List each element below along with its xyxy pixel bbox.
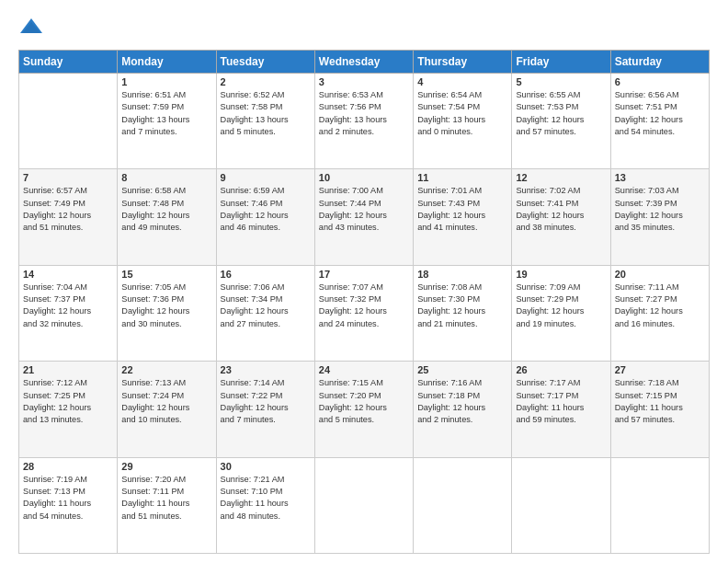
- calendar-week-5: 28Sunrise: 7:19 AM Sunset: 7:13 PM Dayli…: [19, 457, 710, 553]
- logo: [18, 15, 48, 40]
- day-info: Sunrise: 6:58 AM Sunset: 7:48 PM Dayligh…: [121, 185, 211, 234]
- day-info: Sunrise: 7:02 AM Sunset: 7:41 PM Dayligh…: [516, 185, 606, 234]
- day-number: 11: [417, 172, 507, 183]
- day-info: Sunrise: 7:15 AM Sunset: 7:20 PM Dayligh…: [319, 377, 409, 426]
- header: [18, 15, 710, 40]
- calendar-cell: 13Sunrise: 7:03 AM Sunset: 7:39 PM Dayli…: [610, 169, 709, 265]
- day-number: 8: [121, 172, 211, 183]
- calendar-cell: 30Sunrise: 7:21 AM Sunset: 7:10 PM Dayli…: [216, 457, 314, 553]
- calendar-cell: 8Sunrise: 6:58 AM Sunset: 7:48 PM Daylig…: [118, 169, 216, 265]
- day-header-sunday: Sunday: [19, 51, 118, 74]
- calendar-cell: 29Sunrise: 7:20 AM Sunset: 7:11 PM Dayli…: [118, 457, 216, 553]
- day-info: Sunrise: 7:11 AM Sunset: 7:27 PM Dayligh…: [615, 282, 705, 330]
- day-info: Sunrise: 7:06 AM Sunset: 7:34 PM Dayligh…: [221, 282, 311, 330]
- day-number: 29: [121, 461, 211, 472]
- calendar-week-4: 21Sunrise: 7:12 AM Sunset: 7:25 PM Dayli…: [19, 362, 710, 457]
- day-number: 15: [121, 269, 211, 280]
- day-info: Sunrise: 6:55 AM Sunset: 7:53 PM Dayligh…: [516, 89, 606, 138]
- day-info: Sunrise: 7:14 AM Sunset: 7:22 PM Dayligh…: [221, 377, 311, 426]
- calendar-cell: [610, 457, 709, 553]
- day-info: Sunrise: 6:51 AM Sunset: 7:59 PM Dayligh…: [121, 89, 211, 138]
- day-header-wednesday: Wednesday: [314, 51, 413, 74]
- day-header-friday: Friday: [512, 51, 610, 74]
- calendar-cell: [314, 457, 413, 553]
- day-info: Sunrise: 7:01 AM Sunset: 7:43 PM Dayligh…: [417, 185, 507, 234]
- day-number: 19: [516, 269, 606, 280]
- day-header-saturday: Saturday: [610, 51, 709, 74]
- day-info: Sunrise: 7:03 AM Sunset: 7:39 PM Dayligh…: [615, 185, 705, 234]
- calendar-cell: 19Sunrise: 7:09 AM Sunset: 7:29 PM Dayli…: [512, 265, 610, 361]
- calendar-cell: 12Sunrise: 7:02 AM Sunset: 7:41 PM Dayli…: [512, 169, 610, 265]
- day-number: 22: [121, 364, 211, 375]
- day-number: 27: [615, 364, 705, 375]
- day-info: Sunrise: 7:04 AM Sunset: 7:37 PM Dayligh…: [23, 282, 113, 330]
- day-number: 17: [319, 269, 409, 280]
- day-info: Sunrise: 7:05 AM Sunset: 7:36 PM Dayligh…: [121, 282, 211, 330]
- day-number: 26: [516, 364, 606, 375]
- day-header-monday: Monday: [118, 51, 216, 74]
- day-info: Sunrise: 7:08 AM Sunset: 7:30 PM Dayligh…: [417, 282, 507, 330]
- calendar-cell: 14Sunrise: 7:04 AM Sunset: 7:37 PM Dayli…: [19, 265, 118, 361]
- day-info: Sunrise: 7:13 AM Sunset: 7:24 PM Dayligh…: [121, 377, 211, 426]
- day-info: Sunrise: 7:07 AM Sunset: 7:32 PM Dayligh…: [319, 282, 409, 330]
- day-number: 5: [516, 76, 606, 87]
- calendar-cell: 22Sunrise: 7:13 AM Sunset: 7:24 PM Dayli…: [118, 362, 216, 457]
- day-info: Sunrise: 6:54 AM Sunset: 7:54 PM Dayligh…: [417, 89, 507, 138]
- day-info: Sunrise: 7:21 AM Sunset: 7:10 PM Dayligh…: [221, 474, 311, 523]
- day-number: 6: [615, 76, 705, 87]
- calendar-week-1: 1Sunrise: 6:51 AM Sunset: 7:59 PM Daylig…: [19, 74, 710, 169]
- calendar-cell: 25Sunrise: 7:16 AM Sunset: 7:18 PM Dayli…: [414, 362, 512, 457]
- day-info: Sunrise: 6:52 AM Sunset: 7:58 PM Dayligh…: [221, 89, 311, 138]
- calendar-cell: 15Sunrise: 7:05 AM Sunset: 7:36 PM Dayli…: [118, 265, 216, 361]
- calendar-cell: [414, 457, 512, 553]
- calendar-cell: 10Sunrise: 7:00 AM Sunset: 7:44 PM Dayli…: [314, 169, 413, 265]
- day-info: Sunrise: 7:18 AM Sunset: 7:15 PM Dayligh…: [615, 377, 705, 426]
- day-info: Sunrise: 7:00 AM Sunset: 7:44 PM Dayligh…: [319, 185, 409, 234]
- day-number: 21: [23, 364, 113, 375]
- calendar-cell: 1Sunrise: 6:51 AM Sunset: 7:59 PM Daylig…: [118, 74, 216, 169]
- calendar-cell: 21Sunrise: 7:12 AM Sunset: 7:25 PM Dayli…: [19, 362, 118, 457]
- day-info: Sunrise: 6:57 AM Sunset: 7:49 PM Dayligh…: [23, 185, 113, 234]
- calendar-cell: 17Sunrise: 7:07 AM Sunset: 7:32 PM Dayli…: [314, 265, 413, 361]
- day-header-thursday: Thursday: [414, 51, 512, 74]
- calendar-cell: 27Sunrise: 7:18 AM Sunset: 7:15 PM Dayli…: [610, 362, 709, 457]
- day-number: 9: [221, 172, 311, 183]
- calendar-cell: [512, 457, 610, 553]
- day-info: Sunrise: 7:17 AM Sunset: 7:17 PM Dayligh…: [516, 377, 606, 426]
- day-info: Sunrise: 7:12 AM Sunset: 7:25 PM Dayligh…: [23, 377, 113, 426]
- calendar-cell: 2Sunrise: 6:52 AM Sunset: 7:58 PM Daylig…: [216, 74, 314, 169]
- calendar-cell: 28Sunrise: 7:19 AM Sunset: 7:13 PM Dayli…: [19, 457, 118, 553]
- day-number: 18: [417, 269, 507, 280]
- day-number: 20: [615, 269, 705, 280]
- calendar-table: SundayMondayTuesdayWednesdayThursdayFrid…: [18, 50, 710, 554]
- day-number: 4: [417, 76, 507, 87]
- day-number: 24: [319, 364, 409, 375]
- day-number: 10: [319, 172, 409, 183]
- day-info: Sunrise: 7:16 AM Sunset: 7:18 PM Dayligh…: [417, 377, 507, 426]
- day-info: Sunrise: 7:20 AM Sunset: 7:11 PM Dayligh…: [121, 474, 211, 523]
- calendar-cell: 11Sunrise: 7:01 AM Sunset: 7:43 PM Dayli…: [414, 169, 512, 265]
- calendar-cell: 20Sunrise: 7:11 AM Sunset: 7:27 PM Dayli…: [610, 265, 709, 361]
- calendar-cell: 7Sunrise: 6:57 AM Sunset: 7:49 PM Daylig…: [19, 169, 118, 265]
- calendar-cell: 26Sunrise: 7:17 AM Sunset: 7:17 PM Dayli…: [512, 362, 610, 457]
- day-number: 16: [221, 269, 311, 280]
- calendar-header-row: SundayMondayTuesdayWednesdayThursdayFrid…: [19, 51, 710, 74]
- calendar-cell: 23Sunrise: 7:14 AM Sunset: 7:22 PM Dayli…: [216, 362, 314, 457]
- day-info: Sunrise: 6:59 AM Sunset: 7:46 PM Dayligh…: [221, 185, 311, 234]
- day-number: 23: [221, 364, 311, 375]
- day-number: 1: [121, 76, 211, 87]
- calendar-cell: 18Sunrise: 7:08 AM Sunset: 7:30 PM Dayli…: [414, 265, 512, 361]
- day-number: 25: [417, 364, 507, 375]
- day-info: Sunrise: 7:19 AM Sunset: 7:13 PM Dayligh…: [23, 474, 113, 523]
- day-number: 13: [615, 172, 705, 183]
- day-info: Sunrise: 7:09 AM Sunset: 7:29 PM Dayligh…: [516, 282, 606, 330]
- day-number: 2: [221, 76, 311, 87]
- calendar-cell: 9Sunrise: 6:59 AM Sunset: 7:46 PM Daylig…: [216, 169, 314, 265]
- calendar-cell: [19, 74, 118, 169]
- day-number: 14: [23, 269, 113, 280]
- calendar-cell: 5Sunrise: 6:55 AM Sunset: 7:53 PM Daylig…: [512, 74, 610, 169]
- day-number: 30: [221, 461, 311, 472]
- calendar-cell: 24Sunrise: 7:15 AM Sunset: 7:20 PM Dayli…: [314, 362, 413, 457]
- day-info: Sunrise: 6:56 AM Sunset: 7:51 PM Dayligh…: [615, 89, 705, 138]
- day-number: 7: [23, 172, 113, 183]
